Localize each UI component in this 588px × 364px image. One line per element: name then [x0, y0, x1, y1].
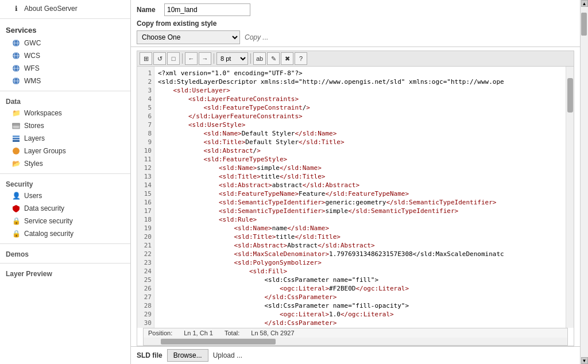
- main-content: Name Copy from existing style Choose One…: [131, 0, 580, 364]
- sidebar-item-layergroups[interactable]: Layer Groups: [0, 145, 130, 157]
- browse-button[interactable]: Browse...: [167, 349, 208, 362]
- svg-rect-16: [13, 140, 20, 142]
- font-size-select[interactable]: 8 pt: [216, 52, 248, 65]
- scroll-down-arrow[interactable]: ▼: [581, 357, 588, 364]
- servicesecurity-icon: 🔒: [11, 216, 21, 226]
- sidebar-section-layerpreview: Layer Preview: [0, 267, 130, 279]
- scroll-up-arrow[interactable]: ▲: [581, 0, 588, 7]
- svg-rect-15: [13, 138, 20, 140]
- info-icon: ℹ: [11, 4, 21, 13]
- svg-rect-14: [13, 135, 20, 137]
- toolbar-edit-btn[interactable]: ab: [253, 52, 266, 65]
- layers-icon: [11, 134, 21, 143]
- name-label: Name: [137, 6, 160, 14]
- total-label: Total:: [225, 330, 239, 336]
- sidebar-item-wms[interactable]: WMS: [0, 75, 130, 87]
- horizontal-scrollbar[interactable]: [143, 338, 568, 346]
- toolbar-pencil-btn[interactable]: ✎: [267, 52, 280, 65]
- sidebar-item-servicesecurity[interactable]: 🔒 Service security: [0, 215, 130, 227]
- toolbar-stop-btn[interactable]: □: [167, 52, 180, 65]
- code-editor: 1234567891011121314151617181920212223242…: [137, 67, 574, 328]
- status-bar: Position: Ln 1, Ch 1 Total: Ln 58, Ch 29…: [143, 328, 568, 338]
- stores-icon: [11, 121, 21, 130]
- position-value: Ln 1, Ch 1: [184, 330, 213, 336]
- line-numbers: 1234567891011121314151617181920212223242…: [137, 67, 154, 328]
- choose-select[interactable]: Choose One: [137, 30, 240, 44]
- user-icon: 👤: [11, 191, 21, 200]
- code-editor-wrapper: 1234567891011121314151617181920212223242…: [137, 66, 574, 346]
- toolbar-sep2: [214, 53, 214, 64]
- name-input[interactable]: [164, 3, 250, 16]
- globe-icon: [11, 76, 21, 86]
- sld-file-label: SLD file: [137, 351, 163, 359]
- layergroups-icon: [11, 146, 21, 156]
- sidebar-section-services: Services: [0, 22, 130, 37]
- sidebar-item-workspaces[interactable]: 📁 Workspaces: [0, 107, 130, 119]
- toolbar-sep1: [182, 53, 183, 64]
- sidebar-item-styles[interactable]: 📂 Styles: [0, 157, 130, 170]
- sidebar: ℹ About GeoServer Services GWC WCS WFS W…: [0, 0, 131, 364]
- sidebar-item-about[interactable]: ℹ About GeoServer: [0, 2, 130, 15]
- copy-link[interactable]: Copy ...: [245, 33, 268, 41]
- sidebar-item-stores[interactable]: Stores: [0, 119, 130, 132]
- sidebar-item-gwc[interactable]: GWC: [0, 37, 130, 49]
- toolbar-help-btn[interactable]: ?: [295, 52, 307, 65]
- folder-icon: 📁: [11, 109, 21, 118]
- sidebar-item-wcs[interactable]: WCS: [0, 49, 130, 62]
- sidebar-item-wfs[interactable]: WFS: [0, 62, 130, 75]
- toolbar-sep3: [250, 53, 251, 64]
- sidebar-item-users[interactable]: 👤 Users: [0, 189, 130, 202]
- sidebar-section-security: Security: [0, 177, 130, 189]
- catalogsecurity-icon: 🔒: [11, 229, 21, 238]
- toolbar-clear-btn[interactable]: ✖: [281, 52, 293, 65]
- sidebar-section-demos: Demos: [0, 247, 130, 260]
- vertical-scrollbar[interactable]: [566, 67, 574, 328]
- total-value: Ln 58, Ch 2927: [251, 330, 294, 336]
- sidebar-item-layers[interactable]: Layers: [0, 132, 130, 145]
- copy-label: Copy from existing style: [137, 20, 574, 28]
- toolbar-grid-btn[interactable]: ⊞: [140, 52, 152, 65]
- toolbar-refresh-btn[interactable]: ↺: [153, 52, 166, 65]
- sidebar-item-datasecurity[interactable]: Data security: [0, 202, 130, 215]
- top-area: Name Copy from existing style Choose One…: [131, 0, 580, 47]
- toolbar-undo-btn[interactable]: ←: [185, 52, 198, 65]
- datasecurity-icon: [11, 204, 21, 213]
- scroll-thumb: [581, 13, 587, 36]
- svg-point-17: [13, 148, 20, 154]
- globe-icon: [11, 38, 21, 48]
- editor-toolbar: ⊞ ↺ □ ← → 8 pt ab ✎ ✖ ?: [137, 51, 574, 66]
- toolbar-redo-btn[interactable]: →: [199, 52, 211, 65]
- sld-file-row: SLD file Browse... Upload ...: [131, 346, 580, 364]
- svg-rect-13: [13, 123, 20, 125]
- globe-icon: [11, 64, 21, 73]
- upload-link[interactable]: Upload ...: [213, 351, 242, 359]
- code-content[interactable]: <?xml version="1.0" encoding="UTF-8"?> <…: [154, 67, 566, 328]
- globe-icon: [11, 51, 21, 60]
- position-label: Position:: [148, 330, 172, 336]
- sidebar-item-catalogsecurity[interactable]: 🔒 Catalog security: [0, 227, 130, 240]
- scroll-track: [581, 7, 588, 357]
- sidebar-section-data: Data: [0, 95, 130, 107]
- styles-icon: 📂: [11, 159, 21, 168]
- right-scrollbar[interactable]: ▲ ▼: [580, 0, 588, 364]
